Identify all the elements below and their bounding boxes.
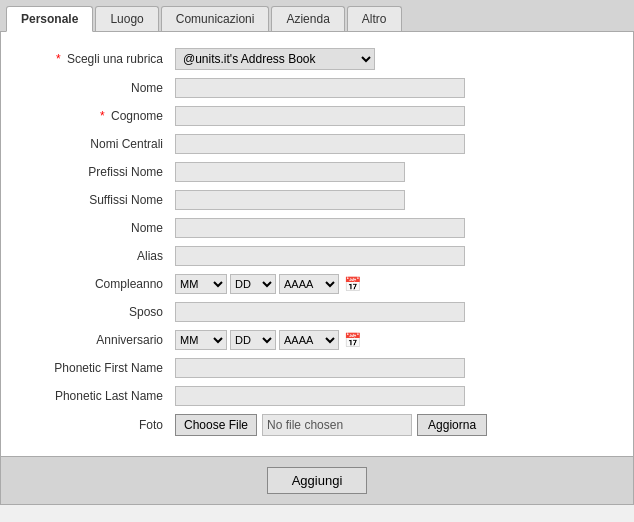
phonetic-last-input[interactable] bbox=[175, 386, 465, 406]
bottom-bar: Aggiungi bbox=[0, 457, 634, 505]
nome2-label: Nome bbox=[11, 214, 171, 242]
table-row: Suffissi Nome bbox=[11, 186, 623, 214]
table-row: Foto Choose File No file chosen Aggiorna bbox=[11, 410, 623, 440]
nome-label: Nome bbox=[11, 74, 171, 102]
compleanno-calendar-icon[interactable]: 📅 bbox=[342, 274, 362, 294]
phonetic-first-label: Phonetic First Name bbox=[11, 354, 171, 382]
compleanno-dd-select[interactable]: DD bbox=[230, 274, 276, 294]
suffissi-input[interactable] bbox=[175, 190, 405, 210]
nomi-centrali-input[interactable] bbox=[175, 134, 465, 154]
aggiungi-button[interactable]: Aggiungi bbox=[267, 467, 368, 494]
address-book-select[interactable]: @units.it's Address Book bbox=[175, 48, 375, 70]
nome-input[interactable] bbox=[175, 78, 465, 98]
table-row: * Cognome bbox=[11, 102, 623, 130]
table-row: Nome bbox=[11, 214, 623, 242]
tab-altro[interactable]: Altro bbox=[347, 6, 402, 31]
prefissi-label: Prefissi Nome bbox=[11, 158, 171, 186]
compleanno-label: Compleanno bbox=[11, 270, 171, 298]
table-row: * Scegli una rubrica @units.it's Address… bbox=[11, 44, 623, 74]
address-book-cell: @units.it's Address Book bbox=[171, 44, 623, 74]
compleanno-date-row: MM DD AAAA 📅 bbox=[175, 274, 619, 294]
form-table: * Scegli una rubrica @units.it's Address… bbox=[11, 44, 623, 440]
phonetic-first-input[interactable] bbox=[175, 358, 465, 378]
alias-label: Alias bbox=[11, 242, 171, 270]
nome2-input[interactable] bbox=[175, 218, 465, 238]
anniversario-calendar-icon[interactable]: 📅 bbox=[342, 330, 362, 350]
compleanno-mm-select[interactable]: MM bbox=[175, 274, 227, 294]
table-row: Nomi Centrali bbox=[11, 130, 623, 158]
tab-comunicazioni[interactable]: Comunicazioni bbox=[161, 6, 270, 31]
tab-azienda[interactable]: Azienda bbox=[271, 6, 344, 31]
alias-input[interactable] bbox=[175, 246, 465, 266]
choose-file-button[interactable]: Choose File bbox=[175, 414, 257, 436]
compleanno-yyyy-select[interactable]: AAAA bbox=[279, 274, 339, 294]
cognome-input[interactable] bbox=[175, 106, 465, 126]
table-row: Phonetic Last Name bbox=[11, 382, 623, 410]
suffissi-label: Suffissi Nome bbox=[11, 186, 171, 214]
cognome-label: * Cognome bbox=[11, 102, 171, 130]
table-row: Prefissi Nome bbox=[11, 158, 623, 186]
table-row: Alias bbox=[11, 242, 623, 270]
aggiorna-button[interactable]: Aggiorna bbox=[417, 414, 487, 436]
no-file-chosen-text: No file chosen bbox=[262, 414, 412, 436]
tabs-bar: Personale Luogo Comunicazioni Azienda Al… bbox=[0, 0, 634, 32]
required-star: * bbox=[56, 52, 61, 66]
table-row: Compleanno MM DD AAAA 📅 bbox=[11, 270, 623, 298]
table-row: Anniversario MM DD AAAA 📅 bbox=[11, 326, 623, 354]
anniversario-date-row: MM DD AAAA 📅 bbox=[175, 330, 619, 350]
prefissi-input[interactable] bbox=[175, 162, 405, 182]
tab-personale[interactable]: Personale bbox=[6, 6, 93, 32]
required-star: * bbox=[100, 109, 105, 123]
table-row: Sposo bbox=[11, 298, 623, 326]
anniversario-mm-select[interactable]: MM bbox=[175, 330, 227, 350]
anniversario-dd-select[interactable]: DD bbox=[230, 330, 276, 350]
nomi-centrali-label: Nomi Centrali bbox=[11, 130, 171, 158]
sposo-input[interactable] bbox=[175, 302, 465, 322]
table-row: Nome bbox=[11, 74, 623, 102]
anniversario-label: Anniversario bbox=[11, 326, 171, 354]
foto-row: Choose File No file chosen Aggiorna bbox=[175, 414, 619, 436]
tab-luogo[interactable]: Luogo bbox=[95, 6, 158, 31]
foto-label: Foto bbox=[11, 410, 171, 440]
form-content: * Scegli una rubrica @units.it's Address… bbox=[0, 32, 634, 457]
sposo-label: Sposo bbox=[11, 298, 171, 326]
address-book-label: * Scegli una rubrica bbox=[11, 44, 171, 74]
phonetic-last-label: Phonetic Last Name bbox=[11, 382, 171, 410]
table-row: Phonetic First Name bbox=[11, 354, 623, 382]
anniversario-yyyy-select[interactable]: AAAA bbox=[279, 330, 339, 350]
